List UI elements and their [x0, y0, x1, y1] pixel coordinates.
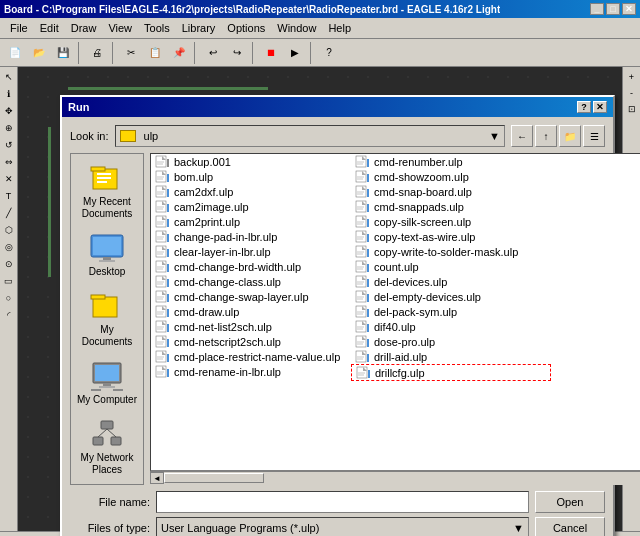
scroll-left-btn[interactable]: ◄	[150, 472, 164, 484]
nav-recent[interactable]: My Recent Documents	[73, 160, 141, 222]
nav-network[interactable]: My Network Places	[73, 416, 141, 478]
svg-rect-107	[356, 186, 366, 197]
svg-line-21	[107, 429, 116, 437]
list-item[interactable]: cam2dxf.ulp	[151, 184, 351, 199]
list-item[interactable]: change-pad-in-lbr.ulp	[151, 229, 351, 244]
svg-rect-132	[356, 261, 366, 272]
list-item[interactable]: cmd-change-swap-layer.ulp	[151, 289, 351, 304]
list-item[interactable]: dose-pro.ulp	[351, 334, 551, 349]
svg-rect-2	[97, 173, 111, 175]
svg-rect-56	[167, 249, 169, 257]
computer-label: My Computer	[77, 394, 137, 406]
list-item[interactable]: dif40.ulp	[351, 319, 551, 334]
svg-rect-152	[356, 321, 366, 332]
file-name: bom.ulp	[174, 171, 213, 183]
list-item[interactable]: cmd-snap-board.ulp	[351, 184, 551, 199]
svg-rect-19	[111, 437, 121, 445]
svg-rect-141	[367, 279, 369, 287]
list-item[interactable]: copy-write-to-solder-mask.ulp	[351, 244, 551, 259]
list-item[interactable]: cmd-draw.ulp	[151, 304, 351, 319]
svg-rect-91	[167, 354, 169, 362]
svg-rect-47	[156, 231, 166, 242]
dialog-help-button[interactable]: ?	[577, 101, 591, 113]
filename-input[interactable]	[156, 491, 529, 513]
svg-rect-4	[97, 181, 107, 183]
cancel-button[interactable]: Cancel	[535, 517, 605, 536]
views-button[interactable]: ☰	[583, 125, 605, 147]
list-item[interactable]: bom.ulp	[151, 169, 351, 184]
nav-computer[interactable]: My Computer	[73, 358, 141, 408]
list-item[interactable]: cmd-renumber.ulp	[351, 154, 551, 169]
svg-rect-37	[156, 201, 166, 212]
file-name: cam2dxf.ulp	[174, 186, 233, 198]
file-icon	[355, 170, 369, 183]
file-icon	[355, 230, 369, 243]
file-list[interactable]: backup.001bom.ulpcam2dxf.ulpcam2image.ul…	[150, 153, 640, 471]
svg-rect-81	[167, 324, 169, 332]
list-item[interactable]: del-empty-devices.ulp	[351, 289, 551, 304]
list-item[interactable]: cam2print.ulp	[151, 214, 351, 229]
list-item[interactable]: cmd-place-restrict-name-value.ulp	[151, 349, 351, 364]
filetype-arrow-icon: ▼	[513, 522, 524, 534]
list-item[interactable]: cmd-showzoom.ulp	[351, 169, 551, 184]
svg-rect-131	[367, 249, 369, 257]
file-name: del-devices.ulp	[374, 276, 447, 288]
list-item[interactable]: cmd-netscript2sch.ulp	[151, 334, 351, 349]
svg-rect-32	[156, 186, 166, 197]
svg-rect-46	[167, 219, 169, 227]
file-name: cmd-rename-in-lbr.ulp	[174, 366, 281, 378]
file-icon	[155, 275, 169, 288]
list-item[interactable]: drill-aid.ulp	[351, 349, 551, 364]
list-item[interactable]: cmd-change-brd-width.ulp	[151, 259, 351, 274]
list-item[interactable]: drillcfg.ulp	[351, 364, 551, 381]
lookin-dropdown[interactable]: ulp ▼	[115, 125, 505, 147]
svg-rect-31	[167, 174, 169, 182]
list-item[interactable]: copy-silk-screen.ulp	[351, 214, 551, 229]
file-icon	[355, 185, 369, 198]
dialog-titlebar-buttons: ? ✕	[577, 101, 607, 113]
svg-rect-171	[368, 370, 370, 378]
up-button[interactable]: ↑	[535, 125, 557, 147]
file-icon	[355, 335, 369, 348]
svg-rect-97	[356, 156, 366, 167]
back-button[interactable]: ←	[511, 125, 533, 147]
svg-rect-126	[367, 234, 369, 242]
list-item[interactable]: cmd-snappads.ulp	[351, 199, 551, 214]
browser-area: My Recent Documents Desktop	[70, 153, 605, 485]
svg-rect-117	[356, 216, 366, 227]
file-name: cmd-change-class.ulp	[174, 276, 281, 288]
list-item[interactable]: clear-layer-in-lbr.ulp	[151, 244, 351, 259]
svg-rect-167	[357, 367, 367, 378]
file-name: change-pad-in-lbr.ulp	[174, 231, 277, 243]
open-button[interactable]: Open	[535, 491, 605, 513]
filetype-select[interactable]: User Language Programs (*.ulp) ▼	[156, 517, 529, 536]
list-item[interactable]: count.ulp	[351, 259, 551, 274]
nav-desktop[interactable]: Desktop	[73, 230, 141, 280]
svg-rect-10	[91, 295, 105, 299]
file-name: copy-text-as-wire.ulp	[374, 231, 475, 243]
scroll-track	[164, 472, 640, 485]
file-name: dif40.ulp	[374, 321, 416, 333]
dialog-close-button[interactable]: ✕	[593, 101, 607, 113]
list-item[interactable]: cam2image.ulp	[151, 199, 351, 214]
dropdown-arrow-icon: ▼	[489, 130, 500, 142]
file-icon	[155, 350, 169, 363]
file-name: cam2image.ulp	[174, 201, 249, 213]
list-item[interactable]: cmd-change-class.ulp	[151, 274, 351, 289]
list-item[interactable]: del-pack-sym.ulp	[351, 304, 551, 319]
h-scrollbar[interactable]: ◄ ►	[150, 471, 640, 485]
file-col-1: backup.001bom.ulpcam2dxf.ulpcam2image.ul…	[151, 154, 351, 381]
new-folder-button[interactable]: 📁	[559, 125, 581, 147]
folder-icon	[120, 130, 136, 142]
list-item[interactable]: del-devices.ulp	[351, 274, 551, 289]
scroll-thumb[interactable]	[164, 473, 264, 483]
svg-rect-157	[356, 336, 366, 347]
list-item[interactable]: cmd-rename-in-lbr.ulp	[151, 364, 351, 379]
list-item[interactable]: backup.001	[151, 154, 351, 169]
form-area: File name: Open Files of type: User Lang…	[70, 491, 605, 536]
svg-rect-146	[367, 294, 369, 302]
list-item[interactable]: cmd-net-list2sch.ulp	[151, 319, 351, 334]
nav-documents[interactable]: My Documents	[73, 288, 141, 350]
lookin-nav-buttons: ← ↑ 📁 ☰	[511, 125, 605, 147]
list-item[interactable]: copy-text-as-wire.ulp	[351, 229, 551, 244]
